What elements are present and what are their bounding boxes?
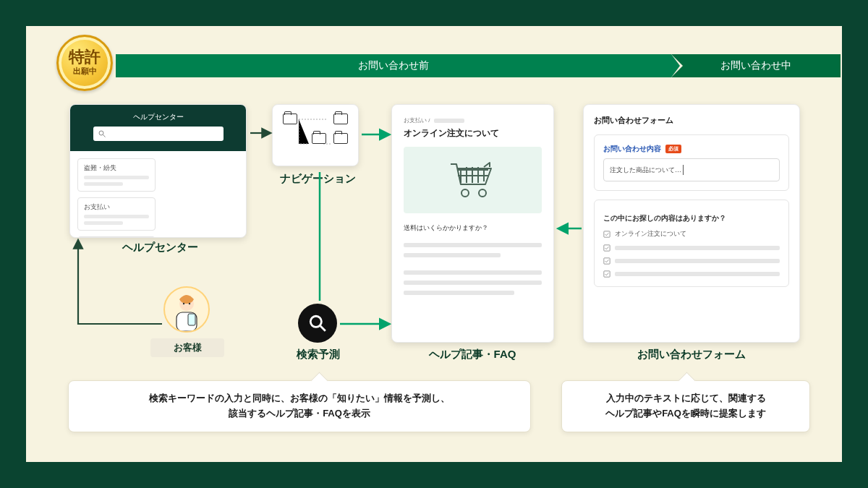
- doc-check-icon: [603, 270, 610, 278]
- help-center-header: ヘルプセンター: [70, 105, 246, 151]
- arrow-search-to-article: [339, 317, 392, 331]
- article-title: オンライン注文について: [404, 127, 542, 140]
- svg-rect-7: [604, 271, 610, 277]
- svg-point-12: [189, 303, 190, 304]
- svg-rect-6: [604, 258, 610, 264]
- svg-line-1: [103, 135, 105, 137]
- svg-point-2: [461, 189, 469, 197]
- cart-icon: [448, 160, 498, 200]
- folder-icon: [283, 114, 297, 124]
- svg-point-11: [183, 303, 184, 304]
- person-icon: [166, 291, 207, 331]
- svg-point-0: [99, 131, 103, 135]
- doc-check-icon: [603, 231, 610, 238]
- arrow-help-to-nav: [249, 126, 273, 140]
- help-center-search[interactable]: [93, 127, 224, 141]
- patent-badge: 特許 出願中: [56, 35, 113, 91]
- svg-rect-5: [604, 245, 610, 251]
- step-before-label: お問い合わせ前: [358, 59, 429, 72]
- help-center-card: ヘルプセンター 盗難・紛失 お支払い アカウント その他: [69, 104, 247, 238]
- form-title: お問い合わせフォーム: [594, 115, 789, 126]
- help-center-label: ヘルプセンター: [113, 241, 207, 254]
- form-input[interactable]: 注文した商品について…: [603, 158, 780, 181]
- magnifier-icon: [308, 314, 327, 333]
- required-badge: 必須: [665, 145, 681, 153]
- suggestion-title: この中にお探しの内容はありますか？: [603, 213, 780, 223]
- svg-point-3: [479, 189, 486, 197]
- svg-rect-10: [188, 314, 195, 325]
- form-label: お問い合わせフォーム: [626, 348, 757, 361]
- step-before: お問い合わせ前: [116, 54, 671, 77]
- suggestion-item[interactable]: [603, 257, 780, 265]
- customer-avatar: [163, 286, 210, 333]
- caption-left: 検索キーワードの入力と同時に、お客様の「知りたい」情報を予測し、 該当するヘルプ…: [68, 380, 531, 432]
- search-predict-icon: [298, 304, 337, 343]
- diagram-canvas: お問い合わせ前 お問い合わせ中 特許 出願中 ヘルプセンター 盗難・紛失 お支払…: [26, 26, 842, 462]
- arrow-nav-to-article: [360, 127, 392, 142]
- tile-account[interactable]: アカウント: [77, 236, 156, 238]
- form-field-box: お問い合わせ内容 必須 注文した商品について…: [594, 134, 789, 191]
- step-during: お問い合わせ中: [671, 54, 841, 77]
- inquiry-form-card: お問い合わせフォーム お問い合わせ内容 必須 注文した商品について… この中にお…: [583, 104, 800, 343]
- badge-line1: 特許: [69, 49, 101, 65]
- navigation-card: [272, 104, 359, 166]
- arrow-form-to-article: [556, 221, 584, 236]
- folder-icon: [312, 133, 326, 144]
- svg-line-14: [320, 326, 326, 331]
- doc-check-icon: [603, 257, 610, 265]
- breadcrumb: お支払い /: [404, 116, 542, 124]
- article-label: ヘルプ記事・FAQ: [411, 348, 534, 361]
- folder-icon: [333, 133, 348, 144]
- navigation-label: ナビゲーション: [271, 172, 365, 186]
- suggestion-item[interactable]: [603, 270, 780, 278]
- customer-label: お客様: [150, 338, 224, 357]
- article-hero: [404, 147, 542, 213]
- article-question: 送料はいくらかかりますか？: [404, 223, 542, 233]
- article-card: お支払い / オンライン注文について 送料はいくらかかりますか？: [391, 104, 554, 343]
- search-icon: [98, 129, 106, 138]
- form-field-label: お問い合わせ内容 必須: [603, 144, 780, 154]
- suggestion-item[interactable]: [603, 244, 780, 252]
- tile-payment[interactable]: お支払い: [77, 197, 156, 231]
- folder-icon: [333, 114, 348, 124]
- svg-point-13: [310, 316, 321, 327]
- help-center-title: ヘルプセンター: [70, 112, 246, 122]
- tile-theft-lost[interactable]: 盗難・紛失: [77, 158, 156, 192]
- doc-check-icon: [603, 244, 610, 252]
- search-label: 検索予測: [285, 348, 352, 361]
- badge-line2: 出願中: [73, 67, 97, 76]
- connector-nav-to-search: [312, 169, 327, 302]
- suggestion-item[interactable]: オンライン注文について: [603, 229, 780, 239]
- help-center-tiles: 盗難・紛失 お支払い アカウント その他: [70, 151, 246, 238]
- caption-right: 入力中のテキストに応じて、関連する ヘルプ記事やFAQを瞬時に提案します: [561, 380, 810, 432]
- suggestion-box: この中にお探しの内容はありますか？ オンライン注文について: [594, 200, 789, 287]
- step-banner: お問い合わせ前 お問い合わせ中: [116, 54, 841, 77]
- svg-rect-4: [604, 231, 610, 236]
- step-during-label: お問い合わせ中: [720, 59, 791, 72]
